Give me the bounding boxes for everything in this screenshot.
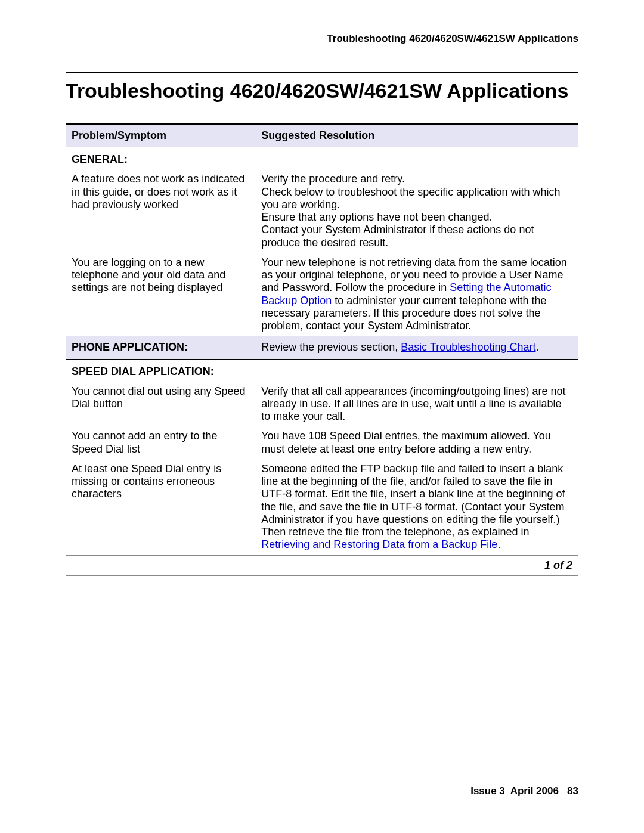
section-phone-app: PHONE APPLICATION: [66, 336, 255, 359]
section-general: GENERAL: [66, 147, 255, 170]
resolution-general-2: Your new telephone is not retrieving dat… [255, 253, 578, 336]
running-header: Troubleshooting 4620/4620SW/4621SW Appli… [66, 33, 578, 45]
resolution-general-1: Verify the procedure and retry.Check bel… [255, 169, 578, 252]
resolution-speed-2: You have 108 Speed Dial entries, the max… [255, 426, 578, 459]
col-header-problem: Problem/Symptom [66, 124, 255, 147]
resolution-phone-app: Review the previous section, Basic Troub… [255, 336, 578, 359]
problem-general-2: You are logging on to a new telephone an… [66, 253, 255, 336]
rule-top [66, 72, 578, 73]
col-header-resolution: Suggested Resolution [255, 124, 578, 147]
problem-speed-2: You cannot add an entry to the Speed Dia… [66, 426, 255, 459]
section-speed-dial: SPEED DIAL APPLICATION: [66, 359, 578, 382]
link-basic-chart[interactable]: Basic Troubleshooting Chart [401, 341, 535, 353]
resolution-speed-3: Someone edited the FTP backup file and f… [255, 459, 578, 555]
troubleshooting-table: Problem/Symptom Suggested Resolution GEN… [66, 123, 578, 576]
problem-speed-3: At least one Speed Dial entry is missing… [66, 459, 255, 555]
resolution-speed-1: Verify that all call appearances (incomi… [255, 382, 578, 427]
page-title: Troubleshooting 4620/4620SW/4621SW Appli… [66, 79, 578, 103]
table-pager: 1 of 2 [66, 555, 578, 575]
link-retrieve-restore[interactable]: Retrieving and Restoring Data from a Bac… [261, 538, 497, 550]
page-footer: Issue 3 April 2006 83 [470, 785, 578, 797]
problem-general-1: A feature does not work as indicated in … [66, 169, 255, 252]
problem-speed-1: You cannot dial out using any Speed Dial… [66, 382, 255, 427]
